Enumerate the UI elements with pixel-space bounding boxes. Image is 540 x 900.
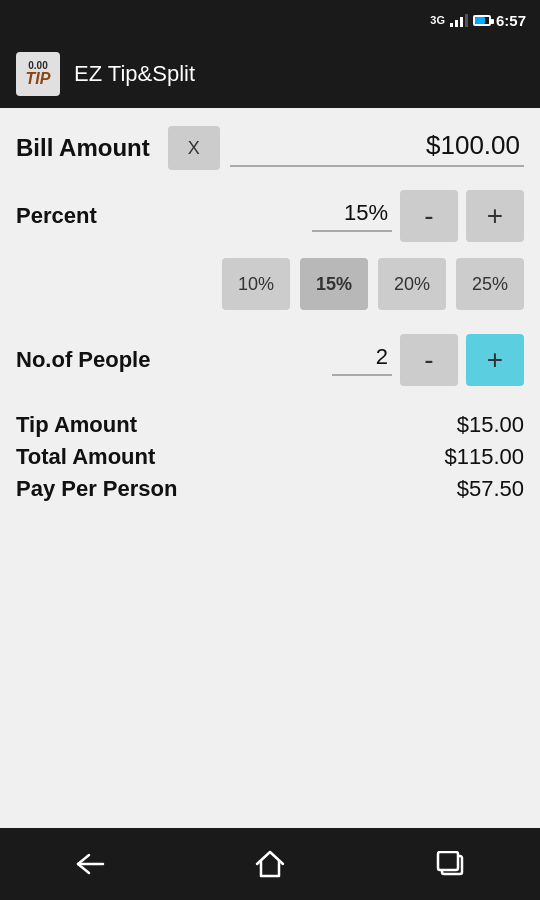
app-title: EZ Tip&Split	[74, 61, 195, 87]
back-icon	[75, 853, 105, 875]
status-bar: 3G 6:57	[0, 0, 540, 40]
signal-icon	[450, 13, 468, 27]
clear-button[interactable]: X	[168, 126, 220, 170]
summary-section: Tip Amount $15.00 Total Amount $115.00 P…	[16, 408, 524, 502]
bill-amount-row: Bill Amount X $100.00	[16, 126, 524, 170]
people-row: No.of People 2 - +	[16, 334, 524, 386]
preset-25[interactable]: 25%	[456, 258, 524, 310]
home-icon	[255, 850, 285, 878]
people-label: No.of People	[16, 347, 332, 373]
people-value: 2	[332, 344, 392, 376]
recents-button[interactable]	[410, 828, 490, 900]
percent-increment-button[interactable]: +	[466, 190, 524, 242]
bill-amount-label: Bill Amount	[16, 134, 150, 162]
recents-icon	[435, 851, 465, 877]
tip-amount-row: Tip Amount $15.00	[16, 412, 524, 438]
people-increment-button[interactable]: +	[466, 334, 524, 386]
app-icon: 0.00 TIP	[16, 52, 60, 96]
preset-15[interactable]: 15%	[300, 258, 368, 310]
people-decrement-button[interactable]: -	[400, 334, 458, 386]
back-button[interactable]	[50, 828, 130, 900]
app-icon-main-text: TIP	[26, 71, 51, 87]
percent-value: 15%	[312, 200, 392, 232]
app-bar: 0.00 TIP EZ Tip&Split	[0, 40, 540, 108]
bottom-nav	[0, 828, 540, 900]
preset-20[interactable]: 20%	[378, 258, 446, 310]
total-amount-label: Total Amount	[16, 444, 155, 470]
percent-row: Percent 15% - +	[16, 190, 524, 242]
percent-label: Percent	[16, 203, 312, 229]
pay-per-person-row: Pay Per Person $57.50	[16, 476, 524, 502]
preset-10[interactable]: 10%	[222, 258, 290, 310]
main-content: Bill Amount X $100.00 Percent 15% - + 10…	[0, 108, 540, 518]
percent-decrement-button[interactable]: -	[400, 190, 458, 242]
tip-amount-value: $15.00	[457, 412, 524, 438]
bill-amount-value[interactable]: $100.00	[230, 130, 524, 167]
clock: 6:57	[496, 12, 526, 29]
status-icons: 3G 6:57	[430, 12, 526, 29]
total-amount-row: Total Amount $115.00	[16, 444, 524, 470]
total-amount-value: $115.00	[444, 444, 524, 470]
battery-icon	[473, 15, 491, 26]
tip-amount-label: Tip Amount	[16, 412, 137, 438]
network-indicator: 3G	[430, 14, 445, 26]
pay-per-person-value: $57.50	[457, 476, 524, 502]
home-button[interactable]	[230, 828, 310, 900]
pay-per-person-label: Pay Per Person	[16, 476, 177, 502]
percent-presets: 10% 15% 20% 25%	[16, 258, 524, 310]
svg-rect-2	[438, 852, 458, 870]
